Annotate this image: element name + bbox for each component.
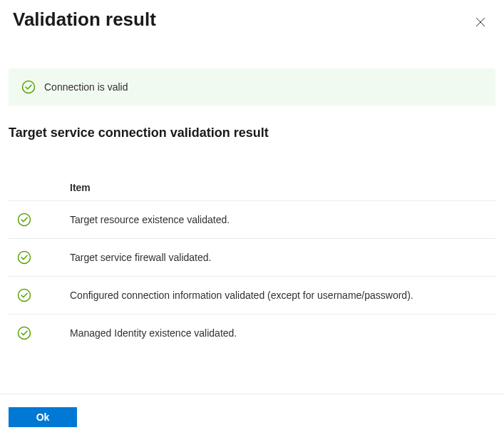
table-header-status-col <box>9 182 70 193</box>
row-status-cell <box>9 288 70 302</box>
row-item-text: Target service firewall validated. <box>70 252 495 263</box>
row-item-text: Managed Identity existence validated. <box>70 327 495 339</box>
row-item-text: Target resource existence validated. <box>70 214 495 225</box>
table-header-item-col: Item <box>70 182 495 193</box>
dialog-header: Validation result <box>0 0 504 33</box>
dialog-title: Validation result <box>13 9 156 31</box>
row-status-cell <box>9 213 70 227</box>
status-message: Connection is valid <box>44 81 128 93</box>
svg-point-5 <box>19 290 31 302</box>
success-check-icon <box>17 288 31 302</box>
success-check-icon <box>17 213 31 227</box>
success-check-icon <box>21 80 36 94</box>
table-row: Managed Identity existence validated. <box>9 314 495 352</box>
validation-table: Item Target resource existence validated… <box>9 176 495 352</box>
table-header-row: Item <box>9 176 495 200</box>
svg-point-3 <box>19 214 31 226</box>
section-title: Target service connection validation res… <box>9 126 495 140</box>
success-check-icon <box>17 326 31 340</box>
close-button[interactable] <box>470 11 491 33</box>
dialog-footer: Ok <box>0 394 504 440</box>
close-icon <box>475 17 485 27</box>
table-row: Target resource existence validated. <box>9 200 495 238</box>
svg-point-4 <box>19 252 31 264</box>
svg-point-6 <box>19 327 31 339</box>
svg-point-2 <box>23 81 35 93</box>
table-row: Configured connection information valida… <box>9 276 495 314</box>
status-banner: Connection is valid <box>9 68 495 106</box>
table-row: Target service firewall validated. <box>9 238 495 276</box>
ok-button[interactable]: Ok <box>9 407 77 427</box>
success-check-icon <box>17 250 31 265</box>
row-item-text: Configured connection information valida… <box>70 290 495 301</box>
row-status-cell <box>9 326 70 340</box>
row-status-cell <box>9 250 70 265</box>
